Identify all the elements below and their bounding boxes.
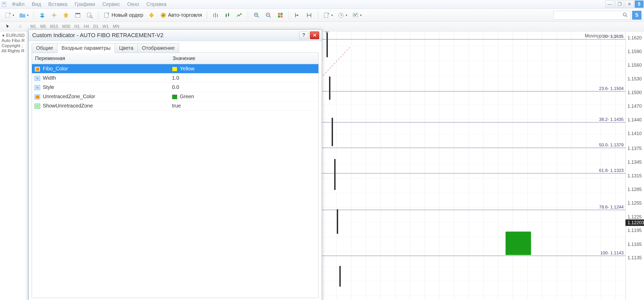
market-watch-button[interactable] (37, 10, 48, 20)
strategy-tester-button[interactable] (84, 10, 95, 20)
param-type-icon: ½ (35, 76, 40, 81)
navigator-panel: ▼EURUSD Auto Fibo R Copyright ; All Righ… (0, 31, 28, 300)
zoom-out-button[interactable] (263, 10, 274, 20)
window-minimize-button[interactable]: — (605, 1, 614, 8)
favorites-button[interactable] (61, 10, 71, 20)
close-button[interactable]: ✕ (310, 31, 319, 39)
window-close-button[interactable]: ✕ (625, 1, 634, 8)
menu-item[interactable]: Файл (8, 0, 28, 8)
mt5-button[interactable]: 5 (632, 11, 641, 20)
timeframe-button[interactable]: MN (111, 24, 121, 29)
dialog-title: Custom Indicator - AUTO FIBO RETRACEMENT… (32, 32, 163, 39)
indicators-button[interactable]: +▾ (321, 10, 335, 20)
zoom-in-icon (253, 12, 260, 19)
svg-line-36 (626, 16, 627, 17)
candle-chart-button[interactable] (222, 10, 233, 20)
app-icon (2, 1, 8, 7)
cursor-button[interactable] (3, 22, 13, 31)
price-tick: 1.1135 (625, 255, 644, 261)
param-type-icon: ~ (35, 104, 40, 109)
timeframe-button[interactable]: W1 (101, 24, 110, 29)
tile-windows-button[interactable] (275, 10, 286, 20)
crosshair-icon (50, 12, 58, 19)
dialog-tab[interactable]: Входные параметры (57, 43, 115, 53)
mt5-badge: 5 (635, 1, 643, 8)
price-tick: 1.1315 (625, 173, 644, 179)
param-value: 1.0 (172, 75, 179, 81)
menu-item[interactable]: Вид (28, 0, 45, 8)
bar-chart-button[interactable] (210, 10, 221, 20)
column-header-name[interactable]: Переменная (32, 53, 170, 64)
magnify-doc-icon (86, 12, 93, 19)
parameter-row[interactable]: Fibo_ColorYellow (32, 64, 318, 73)
timeframe-button[interactable]: D1 (92, 24, 100, 29)
svg-line-12 (91, 17, 92, 18)
data-window-button[interactable] (72, 10, 83, 20)
chart-shift-button[interactable] (292, 10, 303, 20)
dialog-tab[interactable]: Общие (32, 43, 57, 53)
new-order-button[interactable]: + Новый ордер (101, 10, 145, 20)
timeframe-button[interactable]: M15 (48, 24, 60, 29)
templates-button[interactable]: ▾ (350, 10, 363, 20)
price-tick: 1.1500 (625, 90, 644, 95)
timeframe-button[interactable]: H4 (82, 24, 90, 29)
dialog-tab[interactable]: Цвета (115, 43, 138, 53)
timeframe-button[interactable]: M1 (29, 24, 38, 29)
auto-trading-button[interactable]: Авто-торговля (158, 10, 204, 20)
periods-button[interactable]: ▾ (336, 10, 349, 20)
timeframe-button[interactable]: H1 (73, 24, 81, 29)
symbol-header[interactable]: ▼EURUSD (2, 33, 28, 38)
svg-point-15 (161, 13, 166, 18)
price-tick: 1.1225 (625, 214, 644, 220)
timeframe-button[interactable]: M30 (61, 24, 72, 29)
help-button[interactable]: ? (299, 31, 308, 39)
svg-rect-2 (3, 4, 5, 4)
search-field[interactable] (556, 12, 623, 18)
chevron-down-icon: ▾ (346, 13, 347, 17)
grid-icon (277, 12, 284, 19)
cross-cursor-button[interactable] (15, 22, 26, 31)
new-chart-button[interactable]: +▾ (3, 10, 16, 20)
price-tick: 1.1345 (625, 160, 644, 165)
navigator-button[interactable] (49, 10, 60, 20)
search-input[interactable] (553, 11, 631, 20)
window-controls: — ❐ ✕ 5 (605, 0, 644, 8)
price-tick: 1.1440 (625, 117, 644, 123)
profiles-button[interactable]: ▾ (17, 10, 30, 20)
search-icon (623, 12, 628, 18)
candle-chart-icon (224, 12, 231, 19)
folder-icon (19, 12, 26, 19)
timeframe-button[interactable]: M5 (39, 24, 47, 29)
param-type-icon (35, 66, 40, 72)
parameter-row[interactable]: UnretracedZone_ColorGreen (32, 92, 318, 101)
parameter-row[interactable]: ~ShowUnretracedZonetrue (32, 101, 318, 111)
line-chart-button[interactable] (234, 10, 245, 20)
price-axis: 1.16201.15901.15601.15301.15001.14701.14… (625, 31, 644, 300)
column-header-value[interactable]: Значение (170, 53, 318, 64)
auto-scroll-button[interactable] (304, 10, 315, 20)
svg-text:+: + (107, 12, 109, 15)
main-toolbar: +▾ ▾ + Новый ордер Авто-торговля +▾ ▾ ▾ … (0, 9, 644, 22)
menu-item[interactable]: Вставка (45, 0, 71, 8)
window-restore-button[interactable]: ❐ (615, 1, 624, 8)
dialog-tab[interactable]: Отображение (138, 43, 179, 53)
dialog-titlebar[interactable]: Custom Indicator - AUTO FIBO RETRACEMENT… (29, 30, 322, 41)
svg-rect-29 (278, 15, 280, 18)
bar-chart-icon (212, 12, 219, 19)
color-swatch (172, 95, 177, 99)
menu-item[interactable]: Окно (124, 0, 143, 8)
param-name: Style (43, 84, 54, 90)
new-order-label: Новый ордер (112, 12, 143, 18)
menu-item[interactable]: Сервис (99, 0, 124, 8)
zoom-in-button[interactable] (251, 10, 262, 20)
param-type-icon (35, 94, 40, 99)
menu-item[interactable]: Графики (71, 0, 99, 8)
metaeditor-button[interactable] (146, 10, 157, 20)
parameter-row[interactable]: ½Style0.0 (32, 83, 318, 92)
parameters-table: Переменная Значение Fibo_ColorYellow½Wid… (32, 53, 318, 111)
param-value: true (172, 103, 181, 109)
menu-item[interactable]: Справка (143, 0, 170, 8)
parameter-row[interactable]: ½Width1.0 (32, 73, 318, 83)
param-name: Fibo_Color (43, 66, 68, 71)
menu-bar: ФайлВидВставкаГрафикиСервисОкноСправка (0, 0, 644, 9)
